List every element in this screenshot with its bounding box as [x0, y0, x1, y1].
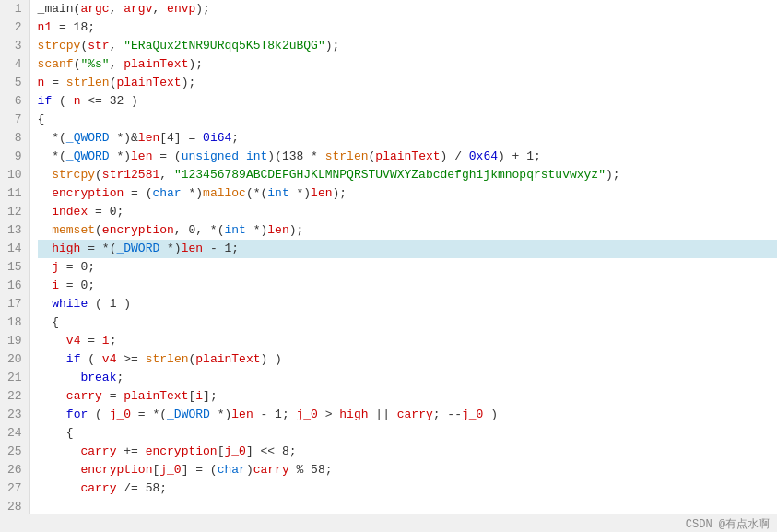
code-line-26: encryption[j_0] = (char)carry % 58; — [38, 461, 777, 479]
code-line-9: *(_QWORD *)len = (unsigned int)(138 * st… — [38, 148, 777, 166]
code-line-11: encryption = (char *)malloc(*(int *)len)… — [38, 184, 777, 203]
line-num-28: 28 — [7, 498, 22, 514]
code-line-20: if ( v4 >= strlen(plainText) ) — [38, 350, 777, 369]
line-num-3: 3 — [7, 37, 22, 55]
line-num-17: 17 — [7, 295, 22, 313]
line-num-9: 9 — [7, 148, 22, 166]
code-line-3: strcpy(str, "ERaQux2tNR9URqq5K5T8k2uBQG"… — [38, 37, 777, 55]
code-line-4: scanf("%s", plainText); — [38, 55, 777, 74]
line-num-11: 11 — [7, 184, 22, 203]
line-num-7: 7 — [7, 111, 22, 129]
code-line-16: i = 0; — [38, 277, 777, 295]
line-num-24: 24 — [7, 424, 22, 443]
code-line-5: n = strlen(plainText); — [38, 74, 777, 92]
code-line-6: if ( n <= 32 ) — [38, 92, 777, 111]
code-line-23: for ( j_0 = *(_DWORD *)len - 1; j_0 > hi… — [38, 406, 777, 424]
line-num-26: 26 — [7, 461, 22, 479]
line-num-14: 14 — [7, 240, 22, 258]
line-num-27: 27 — [7, 479, 22, 498]
code-lines: _main(argc, argv, envp); n1 = 18; strcpy… — [30, 0, 777, 514]
line-num-2: 2 — [7, 18, 22, 37]
code-line-8: *(_QWORD *)&len[4] = 0i64; — [38, 129, 777, 148]
line-numbers: 1 2 3 4 5 6 7 8 9 10 11 12 13 14 15 16 1… — [0, 0, 30, 514]
code-line-12: index = 0; — [38, 203, 777, 221]
code-line-15: j = 0; — [38, 258, 777, 277]
line-num-1: 1 — [7, 0, 22, 18]
code-line-27: carry /= 58; — [38, 479, 777, 498]
line-num-8: 8 — [7, 129, 22, 148]
code-line-13: memset(encryption, 0, *(int *)len); — [38, 221, 777, 240]
line-num-22: 22 — [7, 387, 22, 406]
code-area: 1 2 3 4 5 6 7 8 9 10 11 12 13 14 15 16 1… — [0, 0, 777, 514]
line-num-16: 16 — [7, 277, 22, 295]
line-num-4: 4 — [7, 55, 22, 74]
line-num-21: 21 — [7, 369, 22, 387]
code-line-22: carry = plainText[i]; — [38, 387, 777, 406]
line-num-15: 15 — [7, 258, 22, 277]
line-num-18: 18 — [7, 313, 22, 332]
line-num-19: 19 — [7, 332, 22, 350]
line-num-5: 5 — [7, 74, 22, 92]
code-container: 1 2 3 4 5 6 7 8 9 10 11 12 13 14 15 16 1… — [0, 0, 777, 532]
footer: CSDN @有点水啊 — [0, 514, 777, 532]
code-line-10: strcpy(str12581, "123456789ABCDEFGHJKLMN… — [38, 166, 777, 184]
code-line-24: { — [38, 424, 777, 443]
code-line-1: _main(argc, argv, envp); — [38, 0, 777, 18]
code-line-21: break; — [38, 369, 777, 387]
line-num-12: 12 — [7, 203, 22, 221]
code-line-19: v4 = i; — [38, 332, 777, 350]
code-line-28 — [38, 498, 777, 514]
line-num-20: 20 — [7, 350, 22, 369]
code-line-17: while ( 1 ) — [38, 295, 777, 313]
footer-text: CSDN @有点水啊 — [686, 518, 770, 531]
code-line-25: carry += encryption[j_0] << 8; — [38, 443, 777, 461]
line-num-6: 6 — [7, 92, 22, 111]
code-line-14: high = *(_DWORD *)len - 1; — [38, 240, 777, 258]
line-num-25: 25 — [7, 443, 22, 461]
code-line-7: { — [38, 111, 777, 129]
code-line-2: n1 = 18; — [38, 18, 777, 37]
code-line-18: { — [38, 313, 777, 332]
line-num-13: 13 — [7, 221, 22, 240]
line-num-23: 23 — [7, 406, 22, 424]
line-num-10: 10 — [7, 166, 22, 184]
